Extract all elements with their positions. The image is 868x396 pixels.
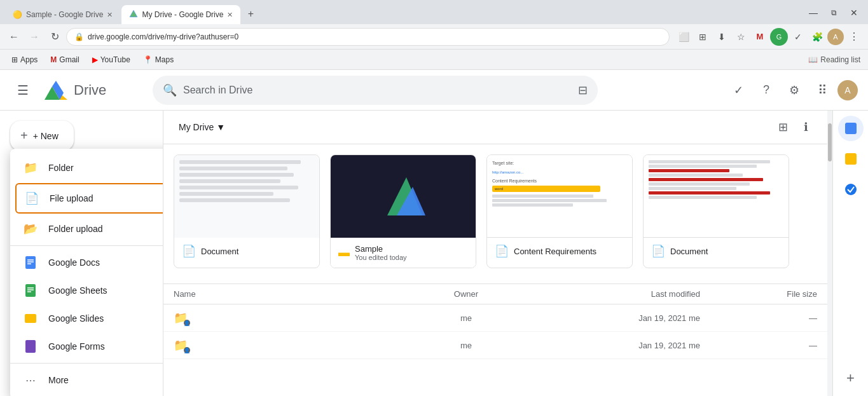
restore-button[interactable]: ⧉ bbox=[825, 4, 843, 22]
google-docs-icon bbox=[23, 255, 38, 270]
scroll-thumb[interactable] bbox=[828, 123, 832, 161]
shared-folder-icon-2: 📁 👤 bbox=[174, 338, 188, 352]
address-input-wrap[interactable]: 🔒 drive.google.com/drive/my-drive?authus… bbox=[66, 28, 670, 46]
google-slides-label: Google Slides bbox=[48, 313, 104, 324]
file-card-3[interactable]: Target site: http://amazon.co... Content… bbox=[486, 154, 633, 268]
tab-close-1[interactable]: ✕ bbox=[107, 11, 113, 19]
search-icon: 🔍 bbox=[163, 83, 177, 97]
sort-arrow-icon: ▼ bbox=[216, 122, 225, 132]
bookmark-maps[interactable]: 📍 Maps bbox=[139, 54, 177, 65]
drive-header: ☰ Drive 🔍 Search in Drive ⊟ ✓ ? ⚙ ⠿ A bbox=[0, 70, 868, 111]
file-card-1[interactable]: 📄 Document bbox=[174, 154, 320, 268]
info-button[interactable]: ℹ bbox=[794, 116, 817, 139]
bookmark-apps[interactable]: ⊞ Apps bbox=[8, 54, 41, 65]
forward-button[interactable]: → bbox=[25, 28, 43, 46]
svg-rect-6 bbox=[25, 256, 36, 269]
address-text: drive.google.com/drive/my-drive?authuser… bbox=[88, 32, 238, 41]
bookmark-gmail[interactable]: M Gmail bbox=[46, 54, 83, 65]
cast-icon[interactable]: ⬜ bbox=[675, 28, 692, 46]
file-upload-icon: 📄 bbox=[24, 191, 39, 206]
folder-upload-icon: 📂 bbox=[23, 221, 38, 236]
tab-label-2: My Drive - Google Drive bbox=[142, 10, 223, 19]
table-row-1[interactable]: 📁 👤 me Jan 19, 2021 me — bbox=[163, 304, 827, 332]
dropdown-item-google-docs[interactable]: Google Docs › bbox=[10, 249, 163, 277]
support-check-icon[interactable]: ✓ bbox=[726, 78, 751, 103]
tab-close-2[interactable]: ✕ bbox=[227, 11, 233, 19]
header-right: ✓ ? ⚙ ⠿ A bbox=[726, 78, 858, 103]
extension-2-icon[interactable]: ✓ bbox=[789, 28, 807, 46]
apps-grid-icon: ⊞ bbox=[11, 55, 18, 64]
google-forms-label: Google Forms bbox=[48, 341, 105, 352]
toolbar-row: My Drive ▼ ⊞ ℹ bbox=[163, 111, 827, 144]
row-2-size: — bbox=[700, 341, 817, 350]
user-avatar[interactable]: A bbox=[837, 80, 858, 100]
sort-button[interactable]: My Drive ▼ bbox=[174, 119, 230, 135]
new-tab-button[interactable]: + bbox=[242, 5, 259, 23]
svg-rect-14 bbox=[25, 314, 36, 323]
tab-search-icon[interactable]: ⊞ bbox=[694, 28, 712, 46]
minimize-button[interactable]: — bbox=[804, 4, 822, 22]
svg-rect-15 bbox=[25, 340, 36, 353]
right-panel-icon-3[interactable] bbox=[838, 177, 864, 202]
right-panel-icon-2[interactable] bbox=[838, 146, 864, 172]
settings-icon[interactable]: ⚙ bbox=[782, 78, 807, 103]
bookmark-maps-label: Maps bbox=[155, 55, 174, 64]
svg-rect-20 bbox=[845, 153, 857, 165]
profile-avatar-toolbar[interactable]: A bbox=[827, 29, 844, 45]
file-name-3: Content Requirements bbox=[514, 247, 596, 256]
right-panel-icon-1[interactable] bbox=[838, 116, 864, 141]
row-2-modified: Jan 19, 2021 me bbox=[525, 341, 700, 350]
search-placeholder: Search in Drive bbox=[183, 85, 252, 96]
col-header-size: File size bbox=[700, 289, 817, 299]
extension-1-icon[interactable]: G bbox=[770, 28, 788, 46]
dropdown-item-google-forms[interactable]: Google Forms › bbox=[10, 332, 163, 360]
row-1-size: — bbox=[700, 313, 817, 323]
row-2-name-col: 📁 👤 bbox=[174, 338, 408, 352]
dropdown-item-folder-upload[interactable]: 📂 Folder upload bbox=[10, 215, 163, 243]
body-row: + + New 📁 Folder 📄 File upload bbox=[0, 111, 868, 396]
table-row-2[interactable]: 📁 👤 me Jan 19, 2021 me — bbox=[163, 332, 827, 359]
gmail-icon-toolbar[interactable]: M bbox=[751, 28, 769, 46]
google-docs-label: Google Docs bbox=[48, 257, 100, 268]
dropdown-item-google-slides[interactable]: Google Slides › bbox=[10, 304, 163, 332]
dropdown-item-folder[interactable]: 📁 Folder bbox=[10, 154, 163, 182]
download-icon[interactable]: ⬇ bbox=[713, 28, 731, 46]
file-doc-icon-4: 📄 bbox=[651, 244, 665, 258]
bookmark-youtube[interactable]: ▶ YouTube bbox=[88, 54, 134, 65]
new-button[interactable]: + + New bbox=[10, 121, 74, 151]
filter-icon[interactable]: ⊟ bbox=[578, 83, 588, 97]
reading-list-button[interactable]: 📖 Reading list bbox=[808, 55, 860, 64]
drive-logo: Drive bbox=[43, 79, 145, 102]
main-scrollbar[interactable] bbox=[827, 111, 832, 396]
dropdown-divider-2 bbox=[10, 363, 163, 364]
file-preview-4 bbox=[644, 155, 789, 238]
dropdown-item-more[interactable]: ⋯ More › bbox=[10, 366, 163, 394]
tab-favicon-1: 🟡 bbox=[13, 10, 22, 19]
browser-menu-icon[interactable]: ⋮ bbox=[845, 28, 863, 46]
file-card-4[interactable]: 📄 Document bbox=[643, 154, 789, 268]
add-to-panel-button[interactable]: + bbox=[838, 365, 864, 391]
close-button[interactable]: ✕ bbox=[845, 4, 863, 22]
bookmark-icon[interactable]: ☆ bbox=[732, 28, 750, 46]
extensions-icon[interactable]: 🧩 bbox=[808, 28, 826, 46]
dropdown-item-file-upload[interactable]: 📄 File upload bbox=[15, 183, 163, 214]
bookmark-youtube-label: YouTube bbox=[100, 55, 130, 64]
sort-label: My Drive bbox=[179, 122, 214, 132]
grid-view-button[interactable]: ⊞ bbox=[771, 116, 794, 139]
back-button[interactable]: ← bbox=[5, 28, 23, 46]
file-card-info-3: 📄 Content Requirements bbox=[487, 238, 632, 264]
hamburger-icon[interactable]: ☰ bbox=[10, 78, 36, 103]
file-preview-1 bbox=[174, 155, 319, 238]
tab-sample[interactable]: 🟡 Sample - Google Drive ✕ bbox=[5, 5, 120, 24]
help-icon[interactable]: ? bbox=[754, 78, 779, 103]
apps-grid-header-icon[interactable]: ⠿ bbox=[809, 78, 835, 103]
folder-upload-label: Folder upload bbox=[48, 224, 103, 234]
dropdown-item-google-sheets[interactable]: Google Sheets › bbox=[10, 277, 163, 304]
google-sheets-icon bbox=[23, 283, 38, 298]
tab-my-drive[interactable]: My Drive - Google Drive ✕ bbox=[121, 5, 240, 24]
search-bar[interactable]: 🔍 Search in Drive ⊟ bbox=[153, 76, 598, 105]
reload-button[interactable]: ↻ bbox=[46, 28, 64, 46]
files-grid: 📄 Document bbox=[163, 144, 827, 278]
bookmark-gmail-label: Gmail bbox=[59, 55, 79, 64]
file-card-sample[interactable]: ▬ Sample You edited today bbox=[330, 154, 476, 268]
